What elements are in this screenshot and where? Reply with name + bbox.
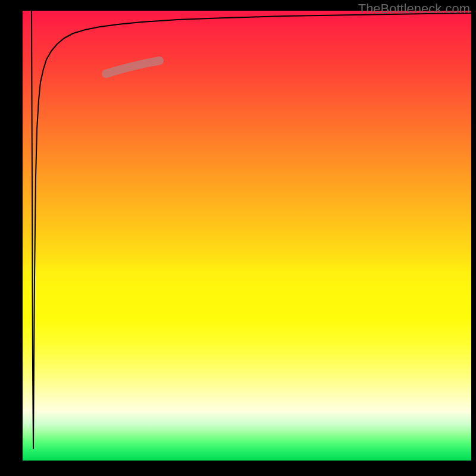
watermark-text: TheBottleneck.com <box>358 1 470 17</box>
highlight-segment <box>106 61 159 74</box>
bottleneck-curve <box>32 11 471 449</box>
chart-container: TheBottleneck.com <box>0 0 476 476</box>
plot-area <box>23 11 471 461</box>
curve-svg <box>23 11 471 461</box>
